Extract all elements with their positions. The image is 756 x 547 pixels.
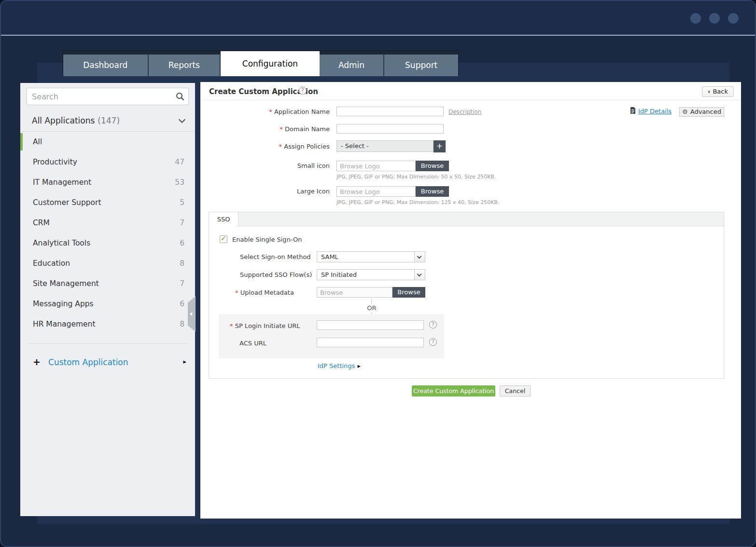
- sidebar-item-count: 53: [175, 172, 184, 192]
- collapse-arrow-icon: [190, 312, 192, 316]
- or-divider-line: [371, 299, 372, 304]
- add-policy-button[interactable]: +: [434, 140, 446, 152]
- large-icon-browse-button[interactable]: Browse: [416, 186, 449, 197]
- selected-indicator: [20, 133, 23, 150]
- sidebar-item-count: 8: [180, 314, 184, 334]
- chevron-down-icon: [414, 252, 425, 262]
- enable-sso-checkbox[interactable]: ✓: [220, 235, 227, 243]
- browse-label: Browse: [421, 188, 444, 195]
- gear-icon: ⚙: [682, 108, 688, 115]
- sidebar-item-it-management[interactable]: IT Management 53: [20, 172, 195, 192]
- tab-configuration[interactable]: Configuration: [221, 51, 320, 76]
- assign-policies-value: - Select -: [341, 142, 369, 150]
- sidebar-item-productivity[interactable]: Productivity 47: [20, 152, 195, 172]
- window-control-circle[interactable]: [728, 13, 739, 24]
- enable-sso-label: Enable Single Sign-On: [232, 236, 302, 243]
- sidebar-item-count: 8: [180, 253, 184, 274]
- sidebar-item-label: Site Management: [33, 279, 99, 288]
- custom-application-label: Custom Application: [48, 357, 128, 367]
- plus-icon: +: [436, 141, 443, 150]
- sidebar-item-count: 6: [180, 294, 184, 314]
- idp-settings-label: IdP Settings: [318, 362, 355, 369]
- sidebar-item-label: Messaging Apps: [33, 300, 94, 308]
- small-icon-browse-button[interactable]: Browse: [416, 161, 449, 171]
- panel-header: Create Custom Application ? ‹Back: [200, 82, 741, 100]
- search-input[interactable]: [27, 88, 189, 105]
- help-icon[interactable]: ?: [299, 87, 307, 95]
- sidebar-item-all[interactable]: All: [20, 132, 195, 152]
- upload-metadata-input[interactable]: [317, 287, 392, 298]
- sidebar-item-count: 6: [180, 233, 184, 253]
- small-icon-label: Small icon: [200, 162, 330, 169]
- chevron-down-icon: [414, 270, 425, 280]
- assign-policies-select[interactable]: - Select -: [336, 140, 434, 152]
- main-panel: Create Custom Application ? ‹Back IdP De…: [200, 82, 741, 519]
- sidebar-item-count: 7: [180, 213, 184, 233]
- back-button[interactable]: ‹Back: [702, 86, 734, 97]
- browse-label: Browse: [397, 288, 420, 296]
- window-control-circle[interactable]: [690, 13, 701, 24]
- sidebar-item-label: Analytical Tools: [33, 239, 90, 247]
- large-icon-hint: JPG, JPEG, GIF or PNG; Max Dimension: 12…: [336, 199, 499, 205]
- small-icon-hint: JPG, JPEG, GIF or PNG; Max Dimension: 50…: [336, 174, 496, 180]
- sidebar-item-site-management[interactable]: Site Management 7: [20, 274, 195, 294]
- sidebar-item-customer-support[interactable]: Customer Support 5: [20, 192, 195, 213]
- window-controls: [690, 13, 739, 24]
- tab-support[interactable]: Support: [384, 55, 458, 76]
- application-name-label: Application Name: [200, 108, 330, 115]
- sso-tabbar: [209, 212, 724, 226]
- upload-metadata-browse-button[interactable]: Browse: [392, 287, 425, 298]
- chevron-down-icon[interactable]: [179, 116, 185, 123]
- expand-arrow-icon: ▸: [357, 362, 361, 369]
- assign-policies-label: Assign Policies: [200, 143, 330, 150]
- expand-arrow-icon[interactable]: ▸: [183, 351, 186, 372]
- tab-dashboard[interactable]: Dashboard: [63, 55, 149, 76]
- back-label: Back: [713, 88, 728, 95]
- tab-sso[interactable]: SSO: [209, 212, 238, 227]
- sso-flows-label: Supported SSO Flow(s): [240, 271, 312, 278]
- plus-icon: +: [33, 356, 41, 367]
- acs-url-input[interactable]: [317, 338, 424, 347]
- sidebar-item-analytical-tools[interactable]: Analytical Tools 6: [20, 233, 195, 253]
- small-icon-file-input[interactable]: [336, 161, 416, 171]
- sp-login-url-input[interactable]: [317, 320, 424, 330]
- idp-details-link[interactable]: IdP Details: [630, 107, 672, 115]
- idp-details-label: IdP Details: [638, 108, 672, 115]
- sidebar: All Applications(147) All Productivity 4…: [20, 83, 195, 516]
- sidebar-item-count: 47: [175, 152, 184, 172]
- tab-reports[interactable]: Reports: [149, 55, 221, 76]
- filter-title: All Applications: [32, 116, 95, 125]
- sidebar-item-label: All: [33, 137, 42, 146]
- idp-settings-link[interactable]: IdP Settings▸: [318, 362, 361, 369]
- sign-on-method-select[interactable]: SAML: [317, 251, 425, 262]
- sidebar-item-messaging-apps[interactable]: Messaging Apps 6: [20, 294, 195, 314]
- search-icon[interactable]: [176, 92, 184, 101]
- sidebar-item-hr-management[interactable]: HR Management 8: [20, 314, 195, 334]
- window-control-circle[interactable]: [709, 13, 720, 24]
- browse-label: Browse: [421, 162, 444, 169]
- sidebar-item-label: Customer Support: [33, 198, 101, 207]
- domain-name-label: Domain Name: [200, 125, 330, 133]
- help-icon[interactable]: ?: [429, 338, 437, 346]
- help-icon[interactable]: ?: [429, 321, 437, 328]
- window-frame: Dashboard Reports Configuration Admin Su…: [0, 0, 756, 547]
- sidebar-item-label: IT Management: [33, 178, 91, 187]
- sidebar-item-crm[interactable]: CRM 7: [20, 213, 195, 233]
- advanced-label: Advanced: [690, 108, 721, 115]
- domain-name-input[interactable]: [336, 124, 444, 134]
- applications-filter-header[interactable]: All Applications(147): [20, 110, 195, 132]
- sign-on-method-label: Select Sign-on Method: [240, 253, 311, 260]
- application-name-input[interactable]: [336, 107, 444, 116]
- description-link[interactable]: Description: [448, 109, 481, 115]
- tab-admin[interactable]: Admin: [320, 55, 385, 76]
- large-icon-file-input[interactable]: [336, 186, 416, 197]
- custom-application-link[interactable]: + Custom Application ▸: [20, 351, 195, 372]
- check-icon: ✓: [221, 234, 226, 242]
- advanced-button[interactable]: ⚙Advanced: [679, 107, 724, 117]
- sidebar-item-education[interactable]: Education 8: [20, 253, 195, 274]
- sidebar-item-label: HR Management: [33, 320, 95, 328]
- sso-flows-select[interactable]: SP Initiated: [317, 269, 425, 280]
- create-custom-application-button[interactable]: Create Custom Application: [412, 385, 495, 397]
- category-list: All Productivity 47 IT Management 53 Cus…: [20, 132, 195, 334]
- cancel-button[interactable]: Cancel: [500, 385, 531, 397]
